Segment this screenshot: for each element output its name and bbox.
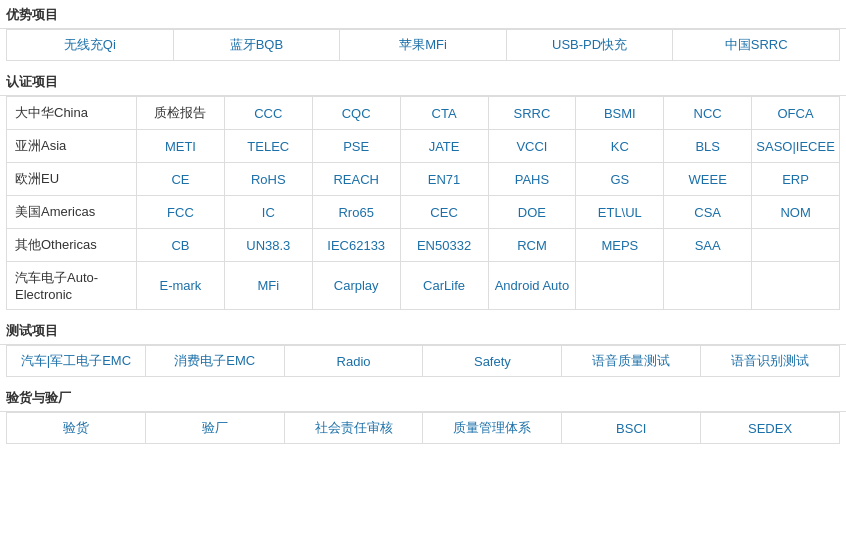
cert-item: JATE xyxy=(401,130,489,162)
testing-item: 语音质量测试 xyxy=(562,346,701,376)
cert-item: PAHS xyxy=(489,163,577,195)
cert-row: 美国AmericasFCCICRro65CECDOEETL\ULCSANOM xyxy=(7,196,839,229)
advantage-row: 无线充Qi蓝牙BQB苹果MFiUSB-PD快充中国SRRC xyxy=(6,29,840,61)
cert-item xyxy=(576,262,664,309)
advantage-item: 苹果MFi xyxy=(340,30,507,60)
cert-item: CCC xyxy=(225,97,313,129)
cert-item: EN50332 xyxy=(401,229,489,261)
cert-item: VCCI xyxy=(489,130,577,162)
cert-row: 亚洲AsiaMETITELECPSEJATEVCCIKCBLSSASO|IECE… xyxy=(7,130,839,163)
cert-item: UN38.3 xyxy=(225,229,313,261)
cert-item: RoHS xyxy=(225,163,313,195)
cert-row: 汽车电子Auto-ElectronicE-markMFiCarplayCarLi… xyxy=(7,262,839,309)
cert-item: OFCA xyxy=(752,97,839,129)
inspection-title: 验货与验厂 xyxy=(0,383,846,412)
cert-item: CSA xyxy=(664,196,752,228)
cert-item: GS xyxy=(576,163,664,195)
testing-item: 语音识别测试 xyxy=(701,346,839,376)
certification-title: 认证项目 xyxy=(0,67,846,96)
cert-item: CarLife xyxy=(401,262,489,309)
cert-region-label: 其他Othericas xyxy=(7,229,137,261)
cert-item: CB xyxy=(137,229,225,261)
cert-item: NCC xyxy=(664,97,752,129)
cert-item: FCC xyxy=(137,196,225,228)
cert-region-label: 大中华China xyxy=(7,97,137,129)
cert-item: MFi xyxy=(225,262,313,309)
cert-item: DOE xyxy=(489,196,577,228)
cert-item: TELEC xyxy=(225,130,313,162)
cert-item: IEC62133 xyxy=(313,229,401,261)
cert-item: IC xyxy=(225,196,313,228)
cert-item xyxy=(752,229,839,261)
cert-item: SASO|IECEE xyxy=(752,130,839,162)
advantage-title: 优势项目 xyxy=(0,0,846,29)
testing-item: 消费电子EMC xyxy=(146,346,285,376)
cert-item: PSE xyxy=(313,130,401,162)
testing-item: Safety xyxy=(423,346,562,376)
inspection-item: 质量管理体系 xyxy=(423,413,562,443)
cert-item xyxy=(752,262,839,309)
cert-item: SAA xyxy=(664,229,752,261)
inspection-row: 验货验厂社会责任审核质量管理体系BSCISEDEX xyxy=(6,412,840,444)
cert-item: RCM xyxy=(489,229,577,261)
testing-row: 汽车|军工电子EMC消费电子EMCRadioSafety语音质量测试语音识别测试 xyxy=(6,345,840,377)
cert-item: BLS xyxy=(664,130,752,162)
cert-item: MEPS xyxy=(576,229,664,261)
testing-item: 汽车|军工电子EMC xyxy=(7,346,146,376)
cert-item: ERP xyxy=(752,163,839,195)
cert-region-label: 美国Americas xyxy=(7,196,137,228)
cert-region-label: 汽车电子Auto-Electronic xyxy=(7,262,137,309)
cert-region-label: 欧洲EU xyxy=(7,163,137,195)
advantage-item: 中国SRRC xyxy=(673,30,839,60)
cert-item: SRRC xyxy=(489,97,577,129)
cert-row: 其他OthericasCBUN38.3IEC62133EN50332RCMMEP… xyxy=(7,229,839,262)
cert-item: ETL\UL xyxy=(576,196,664,228)
cert-item: BSMI xyxy=(576,97,664,129)
cert-item xyxy=(664,262,752,309)
certification-table: 大中华China质检报告CCCCQCCTASRRCBSMINCCOFCA亚洲As… xyxy=(6,96,840,310)
inspection-item: BSCI xyxy=(562,413,701,443)
cert-row: 大中华China质检报告CCCCQCCTASRRCBSMINCCOFCA xyxy=(7,97,839,130)
cert-item: Android Auto xyxy=(489,262,577,309)
advantage-item: 无线充Qi xyxy=(7,30,174,60)
cert-item: Rro65 xyxy=(313,196,401,228)
advantage-item: 蓝牙BQB xyxy=(174,30,341,60)
cert-item: E-mark xyxy=(137,262,225,309)
advantage-item: USB-PD快充 xyxy=(507,30,674,60)
cert-item: CE xyxy=(137,163,225,195)
cert-item: REACH xyxy=(313,163,401,195)
cert-item: Carplay xyxy=(313,262,401,309)
inspection-item: 验货 xyxy=(7,413,146,443)
inspection-item: 验厂 xyxy=(146,413,285,443)
cert-item: KC xyxy=(576,130,664,162)
cert-item: METI xyxy=(137,130,225,162)
cert-sublabel: 质检报告 xyxy=(137,97,225,129)
cert-region-label: 亚洲Asia xyxy=(7,130,137,162)
inspection-item: SEDEX xyxy=(701,413,839,443)
inspection-item: 社会责任审核 xyxy=(285,413,424,443)
testing-title: 测试项目 xyxy=(0,316,846,345)
cert-row: 欧洲EUCERoHSREACHEN71PAHSGSWEEEERP xyxy=(7,163,839,196)
cert-item: WEEE xyxy=(664,163,752,195)
cert-item: EN71 xyxy=(401,163,489,195)
cert-item: CTA xyxy=(401,97,489,129)
cert-item: CEC xyxy=(401,196,489,228)
testing-item: Radio xyxy=(285,346,424,376)
cert-item: CQC xyxy=(313,97,401,129)
cert-item: NOM xyxy=(752,196,839,228)
